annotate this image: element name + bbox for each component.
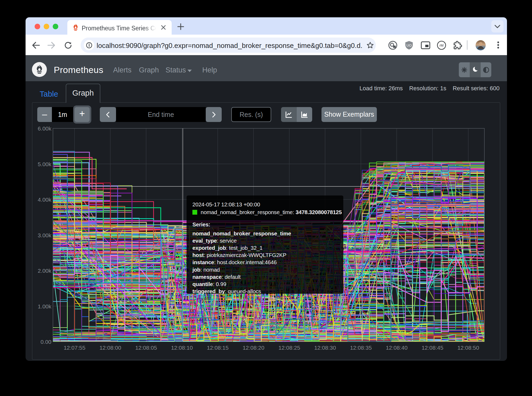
- svg-text:2.00k: 2.00k: [38, 268, 52, 274]
- svg-text:1.00k: 1.00k: [38, 303, 52, 309]
- svg-text:12:08:30: 12:08:30: [314, 345, 336, 351]
- svg-text:12:08:15: 12:08:15: [207, 345, 229, 351]
- svg-text:5.00k: 5.00k: [38, 161, 52, 167]
- svg-text:12:08:05: 12:08:05: [135, 345, 157, 351]
- svg-text:12:08:10: 12:08:10: [171, 345, 193, 351]
- svg-text:3.00k: 3.00k: [38, 232, 52, 238]
- svg-text:12:08:35: 12:08:35: [350, 345, 372, 351]
- svg-text:0.00: 0.00: [40, 339, 51, 345]
- svg-text:12:08:40: 12:08:40: [386, 345, 408, 351]
- svg-text:12:08:20: 12:08:20: [243, 345, 265, 351]
- svg-text:6.00k: 6.00k: [38, 125, 52, 132]
- svg-text:12:08:50: 12:08:50: [457, 345, 479, 351]
- svg-text:12:08:00: 12:08:00: [100, 345, 121, 351]
- svg-text:12:08:45: 12:08:45: [422, 345, 443, 351]
- svg-text:4.00k: 4.00k: [38, 197, 52, 203]
- svg-text:12:07:55: 12:07:55: [64, 345, 85, 351]
- svg-text:12:08:25: 12:08:25: [278, 345, 300, 351]
